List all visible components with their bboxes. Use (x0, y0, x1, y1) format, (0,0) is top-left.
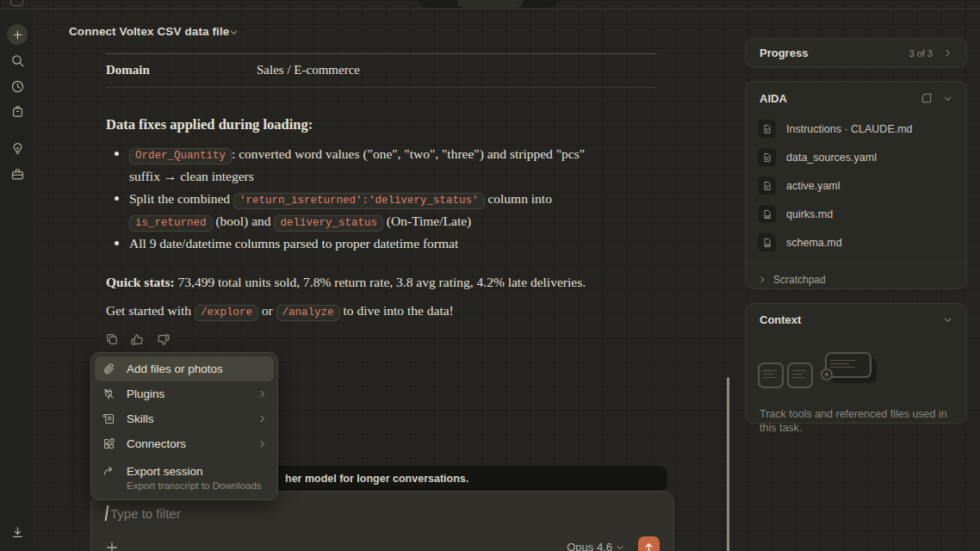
context-illustration (749, 344, 954, 402)
projects-button[interactable] (7, 101, 28, 121)
file-doc-icon (758, 148, 776, 166)
bullet-item: Order_Quantity: converted word values ("… (129, 144, 618, 187)
send-button[interactable] (638, 536, 660, 551)
top-segmented-control[interactable] (419, 0, 557, 8)
left-sidebar (0, 9, 34, 551)
file-row-instructions[interactable]: Instructions · CLAUDE.md (746, 115, 966, 143)
search-icon (10, 53, 25, 68)
window-control-fragment (10, 0, 23, 6)
file-name: data_sources.yaml (786, 152, 877, 164)
quick-stats-label: Quick stats: (106, 275, 175, 289)
file-row-active[interactable]: active.yaml (746, 171, 966, 200)
bullet-dot (115, 241, 119, 245)
file-row-schema[interactable]: MD schema.md (746, 228, 966, 257)
bullet-dot (115, 152, 119, 156)
get-started-text: to dive into the data! (340, 303, 454, 318)
file-doc-icon (758, 176, 776, 195)
top-segmented-control-active (457, 0, 523, 8)
get-started-text: or (258, 303, 276, 318)
file-row-data-sources[interactable]: data_sources.yaml (746, 143, 966, 171)
chevron-right-icon[interactable] (943, 48, 952, 58)
menu-item-label: Connectors (127, 437, 186, 450)
chevron-down-icon[interactable] (229, 28, 239, 37)
quick-stats-text: 73,499 total units sold, 7.8% return rat… (175, 275, 586, 289)
divider (746, 262, 966, 263)
search-button[interactable] (7, 50, 28, 71)
bullet-text: column into (485, 191, 552, 206)
banner-text: her model for longer conversations. (285, 473, 468, 485)
doc-card-icon (787, 362, 813, 388)
chevron-down-icon[interactable] (943, 94, 952, 103)
explore-command-pill[interactable]: /explore (195, 305, 258, 321)
code-pill: 'return_isreturned':'delivery_status' (233, 193, 485, 209)
file-name: active.yaml (786, 180, 840, 192)
context-caption: Track tools and referenced files used in… (746, 404, 966, 447)
download-icon (10, 525, 25, 540)
clock-icon (10, 79, 25, 94)
share-arrow-icon (102, 465, 116, 478)
connector-grid-icon (102, 437, 116, 450)
file-md-icon: MD (758, 205, 776, 223)
menu-item-export-session[interactable]: Export session Export transcript to Down… (95, 456, 274, 496)
table-row: Domain Sales / E-commerce (106, 54, 656, 87)
menu-item-plugins[interactable]: Plugins (95, 381, 274, 406)
paperclip-icon (102, 362, 116, 375)
progress-count: 3 of 3 (909, 48, 933, 59)
open-window-icon[interactable] (921, 92, 933, 104)
table-cell-value: Sales / E-commerce (257, 63, 360, 77)
code-pill: Order_Quantity (129, 148, 232, 164)
conversation-title[interactable]: Connect Voltex CSV data file (69, 25, 229, 38)
menu-item-skills[interactable]: Skills (95, 406, 274, 431)
thumbs-down-icon[interactable] (156, 332, 171, 347)
quick-stats: Quick stats: 73,499 total units sold, 7.… (106, 272, 623, 293)
new-chat-button[interactable] (7, 24, 28, 45)
code-pill: is_returned (129, 215, 213, 232)
composer-placeholder: Type to filter (110, 506, 181, 521)
bag-icon (10, 104, 25, 119)
menu-item-sublabel: Export transcript to Downloads (127, 480, 262, 491)
chevron-right-icon (257, 389, 267, 399)
attach-plus-icon[interactable] (105, 541, 119, 551)
progress-card[interactable]: Progress 3 of 3 (745, 38, 967, 68)
vertical-scrollbar[interactable] (727, 377, 729, 551)
svg-text:MD: MD (766, 243, 771, 246)
ideas-button[interactable] (7, 138, 28, 158)
svg-text:MD: MD (766, 214, 771, 218)
scroll-icon (102, 412, 116, 425)
model-name: Opus 4.6 (567, 541, 612, 551)
menu-item-add-files[interactable]: Add files or photos (95, 356, 274, 381)
chevron-right-icon (257, 414, 267, 424)
chevron-down-icon[interactable] (943, 315, 952, 325)
get-started-text: Get started with (106, 303, 195, 318)
download-button[interactable] (7, 522, 28, 542)
scratchpad-toggle[interactable]: Scratchpad (746, 268, 966, 292)
analyze-command-pill[interactable]: /analyze (276, 305, 340, 321)
history-button[interactable] (7, 76, 28, 96)
composer-input[interactable]: Type to filter (106, 505, 181, 521)
bullet-item: Split the combined 'return_isreturned':'… (129, 189, 618, 233)
progress-title: Progress (760, 46, 808, 59)
doc-card-icon (758, 362, 784, 388)
chevron-right-icon (257, 439, 267, 449)
copy-icon[interactable] (105, 332, 119, 346)
file-name: quirks.md (786, 208, 833, 220)
code-pill: delivery_status (274, 215, 383, 232)
bullet-item: All 9 date/datetime columns parsed to pr… (129, 233, 618, 254)
aida-title: AIDA (760, 92, 787, 105)
file-doc-icon (758, 120, 776, 138)
top-divider (0, 9, 980, 9)
menu-item-connectors[interactable]: Connectors (95, 431, 274, 456)
bullet-text: Split the combined (129, 191, 233, 206)
thumbs-up-icon[interactable] (130, 332, 145, 347)
bullet-text: (bool) and (213, 214, 275, 228)
plus-badge-icon (821, 368, 833, 381)
plug-icon (102, 387, 116, 400)
message-actions (105, 332, 171, 347)
file-row-quirks[interactable]: MD quirks.md (746, 200, 966, 228)
file-name: Instructions · CLAUDE.md (786, 123, 913, 135)
bullet-text: (On-Time/Late) (383, 214, 471, 228)
model-selector[interactable]: Opus 4.6 (567, 541, 624, 551)
attachment-context-menu: Add files or photos Plugins Skills Conne… (90, 352, 278, 500)
tools-button[interactable] (7, 164, 28, 184)
menu-item-label: Add files or photos (127, 362, 223, 375)
